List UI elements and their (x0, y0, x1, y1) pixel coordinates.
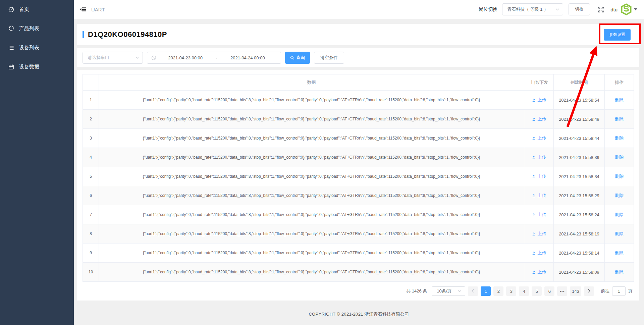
sidebar-item-products[interactable]: 产品列表 (0, 19, 74, 38)
upload-link[interactable]: 上传 (532, 116, 546, 122)
upload-icon (532, 136, 536, 140)
delete-link[interactable]: 删除 (615, 173, 624, 179)
sidebar-item-label: 产品列表 (19, 25, 39, 32)
pager-page-4[interactable]: 4 (519, 286, 529, 296)
top-bar: UART 岗位切换 青石科技（ 等级 1 ） 切换 dtu (74, 0, 644, 19)
upload-link[interactable]: 上传 (532, 97, 546, 103)
row-index: 7 (83, 205, 99, 224)
upload-link-label: 上传 (538, 154, 546, 160)
upload-link[interactable]: 上传 (532, 250, 546, 256)
delete-link[interactable]: 删除 (615, 269, 624, 275)
row-created: 2021-04-23 15:58:29 (554, 186, 605, 205)
pager-page-1[interactable]: 1 (481, 286, 491, 296)
puzzle-icon (8, 25, 14, 32)
date-start-value: 2021-04-23 00:00 (156, 55, 214, 60)
header-created: 创建时间 (554, 74, 605, 91)
row-data: {"uart1":{"config":{"parity":0,"baud_rat… (99, 167, 524, 186)
pager-page-6[interactable]: 6 (544, 286, 554, 296)
topbar-right: 岗位切换 青石科技（ 等级 1 ） 切换 dtu (479, 3, 637, 15)
upload-link-label: 上传 (538, 116, 546, 122)
delete-link[interactable]: 删除 (615, 116, 624, 122)
date-range-picker[interactable]: 2021-04-23 00:00 - 2021-04-24 00:00 (147, 52, 281, 64)
sidebar-item-device-data[interactable]: 设备数据 (0, 57, 74, 76)
logo-hexagon-icon[interactable] (620, 3, 632, 15)
sidebar-item-label: 设备列表 (19, 45, 39, 51)
fullscreen-icon[interactable] (597, 6, 604, 13)
upload-link[interactable]: 上传 (532, 154, 546, 160)
upload-link-label: 上传 (538, 250, 546, 256)
date-end-value: 2021-04-24 00:00 (219, 55, 277, 60)
query-button[interactable]: 查询 (285, 52, 310, 64)
sidebar: 首页 产品列表 设备列表 设备数据 (0, 0, 74, 325)
row-index: 10 (83, 263, 99, 282)
switch-button[interactable]: 切换 (569, 3, 590, 15)
upload-icon (532, 98, 536, 102)
table-row: 6{"uart1":{"config":{"parity":0,"baud_ra… (83, 186, 634, 205)
delete-link[interactable]: 删除 (615, 193, 624, 199)
filter-bar: 请选择串口 2021-04-23 00:00 - 2021-04-24 00:0… (77, 48, 639, 67)
copyright-footer: COPYRIGHT © 2021-2021 浙江青石科技有限公司 (74, 311, 644, 317)
upload-link-label: 上传 (538, 135, 546, 141)
port-select-placeholder: 请选择串口 (88, 55, 109, 61)
pager-page-143[interactable]: 143 (570, 286, 581, 296)
table-row: 3{"uart1":{"config":{"parity":0,"baud_ra… (83, 129, 634, 148)
chevron-down-icon (135, 56, 139, 60)
row-created: 2021-04-23 15:58:49 (554, 110, 605, 129)
goto-page-input[interactable] (612, 286, 626, 296)
caret-down-icon[interactable] (634, 8, 637, 10)
upload-link-label: 上传 (538, 97, 546, 103)
upload-link[interactable]: 上传 (532, 193, 546, 199)
pager-page-5[interactable]: 5 (532, 286, 542, 296)
upload-icon (532, 270, 536, 274)
delete-link[interactable]: 删除 (615, 135, 624, 141)
data-table: 数据 上传/下发 创建时间 操作 1{"uart1":{"config":{"p… (83, 74, 634, 282)
clock-icon (151, 55, 156, 60)
pager-page-2[interactable]: 2 (493, 286, 503, 296)
upload-link[interactable]: 上传 (532, 212, 546, 218)
port-select[interactable]: 请选择串口 (83, 52, 143, 64)
row-created: 2021-04-23 15:58:44 (554, 129, 605, 148)
collapse-menu-icon[interactable] (79, 6, 87, 13)
role-select[interactable]: 青石科技（ 等级 1 ） (502, 3, 563, 15)
sidebar-item-label: 设备数据 (19, 64, 39, 70)
upload-link-label: 上传 (538, 193, 546, 199)
query-button-label: 查询 (296, 55, 305, 61)
pager-more[interactable]: ••• (557, 286, 567, 296)
breadcrumb: UART (91, 7, 105, 12)
upload-link[interactable]: 上传 (532, 135, 546, 141)
sidebar-item-devices[interactable]: 设备列表 (0, 38, 74, 57)
dashboard-icon (8, 6, 14, 13)
upload-link[interactable]: 上传 (532, 173, 546, 179)
delete-link[interactable]: 删除 (615, 250, 624, 256)
upload-icon (532, 117, 536, 121)
row-created: 2021-04-23 15:58:14 (554, 243, 605, 263)
row-data: {"uart1":{"config":{"parity":0,"baud_rat… (99, 263, 524, 282)
table-row: 5{"uart1":{"config":{"parity":0,"baud_ra… (83, 167, 634, 186)
page-size-select[interactable]: 10条/页 (432, 286, 465, 296)
delete-link[interactable]: 删除 (615, 231, 624, 237)
table-header-row: 数据 上传/下发 创建时间 操作 (83, 74, 634, 91)
upload-icon (532, 251, 536, 255)
sidebar-item-home[interactable]: 首页 (0, 0, 74, 19)
upload-icon (532, 174, 536, 178)
table-row: 9{"uart1":{"config":{"parity":0,"baud_ra… (83, 243, 634, 263)
upload-link[interactable]: 上传 (532, 269, 546, 275)
table-row: 8{"uart1":{"config":{"parity":0,"baud_ra… (83, 224, 634, 243)
delete-link[interactable]: 删除 (615, 97, 624, 103)
prev-page-button[interactable] (468, 286, 478, 296)
row-data: {"uart1":{"config":{"parity":0,"baud_rat… (99, 243, 524, 263)
delete-link[interactable]: 删除 (615, 154, 624, 160)
delete-link[interactable]: 删除 (615, 212, 624, 218)
row-created: 2021-04-23 15:58:09 (554, 263, 605, 282)
pager-pages: 123456•••143 (481, 286, 581, 296)
parameter-settings-button[interactable]: 参数设置 (604, 29, 631, 41)
next-page-button[interactable] (584, 286, 594, 296)
row-index: 4 (83, 148, 99, 167)
upload-link[interactable]: 上传 (532, 231, 546, 237)
clear-conditions-button[interactable]: 清空条件 (314, 52, 344, 64)
page-size-value: 10条/页 (437, 288, 451, 294)
pager-page-3[interactable]: 3 (506, 286, 516, 296)
data-table-card: 数据 上传/下发 创建时间 操作 1{"uart1":{"config":{"p… (77, 70, 639, 301)
upload-link-label: 上传 (538, 212, 546, 218)
upload-icon (532, 231, 536, 236)
